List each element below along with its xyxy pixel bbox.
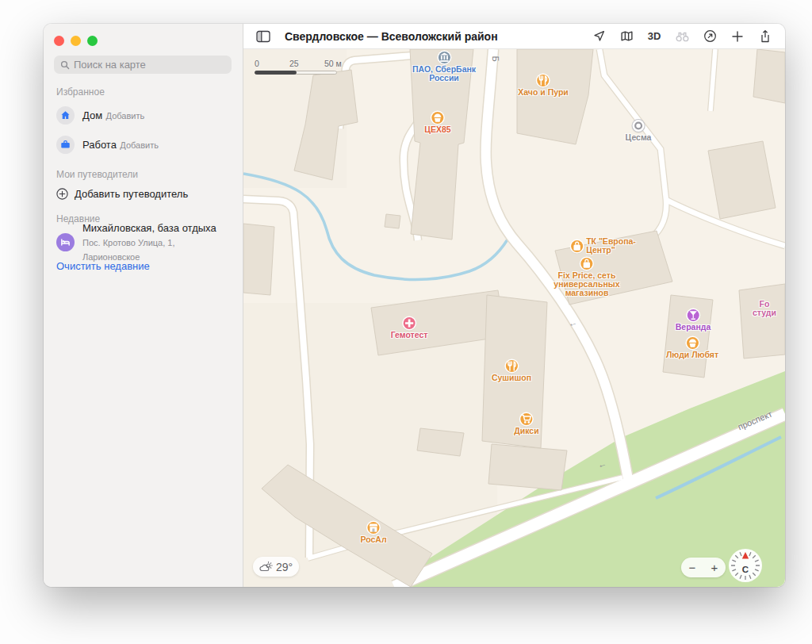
map-poi-tseh85[interactable]: ЦЕХ85 [424,112,450,134]
share-icon [759,29,772,44]
binoculars-icon [675,29,690,43]
titlebar: Свердловское — Всеволожский район 3D [243,24,785,49]
poi-label: Люди Любят [666,351,718,359]
search-input[interactable]: Поиск на карте [54,56,232,74]
3d-mode-button[interactable]: 3D [645,28,663,45]
cupcake-icon [431,112,443,124]
compass[interactable]: С [727,547,764,584]
close-window-button[interactable] [54,36,64,46]
scale-zero: 0 [255,59,259,68]
map-canvas[interactable]: 0 25 50 м ПАО, СберБанкРоссииХачо и Пури… [243,49,785,587]
add-guide-button[interactable]: Добавить путеводитель [56,186,229,201]
map-poi-diksi[interactable]: Дикси [514,413,538,435]
bank-icon [438,52,450,63]
sidebar: Поиск на карте Избранное Дом Добавить Ра… [44,24,243,587]
map-poi-rosal[interactable]: РосАл [360,522,386,544]
map-poi-sberbank[interactable]: ПАО, СберБанкРоссии [412,52,476,82]
road-label: Б [491,56,500,61]
sidebar-item-work[interactable]: Работа Добавить [56,132,229,156]
map-poi-veranda[interactable]: Веранда [676,309,711,332]
recent-title: Михайловская, база отдыха [82,222,216,234]
scale-bar: 0 25 50 м [255,59,342,75]
map-poi-tk-evropa-tsentr[interactable]: ТК "Европа-Центр" [577,237,642,255]
briefcase-icon [56,136,75,154]
share-button[interactable] [756,28,774,45]
recent-item[interactable]: Михайловская, база отдыха Пос. Кротово У… [56,230,229,254]
sidebar-toggle-button[interactable] [255,28,272,45]
location-arrow-icon [592,29,606,43]
cocktail-icon [688,309,699,321]
map-poi-fix-price[interactable]: Fix Price, сетьуниверсальныхмагазинов [553,258,619,297]
map-pane: Свердловское — Всеволожский район 3D [243,24,785,587]
poi-label: ПАО, СберБанкРоссии [412,65,476,82]
poi-label: Fix Price, сетьуниверсальныхмагазинов [553,271,619,297]
search-icon [60,60,70,70]
zoom-out-button[interactable]: − [681,558,703,577]
work-subtitle: Добавить [120,140,159,150]
fullscreen-window-button[interactable] [87,36,98,46]
poi-label: Сушишоп [492,374,531,382]
bag-icon [571,240,583,252]
zoom-controls: − + [681,558,726,577]
home-title: Дом [82,109,102,121]
poi-label: Foстуди [753,300,776,317]
minimize-window-button[interactable] [71,36,81,46]
medical-icon [403,317,415,329]
add-guide-label: Добавить путеводитель [75,188,188,200]
map-poi-fo-studi[interactable]: Foстуди [753,298,776,317]
work-title: Работа [82,139,117,151]
look-around-button[interactable] [673,28,691,45]
map-poi-tsesma[interactable]: Цесма [626,120,652,142]
plus-icon [731,30,744,43]
map-poi-sushishop[interactable]: Сушишоп [492,360,531,382]
add-pin-button[interactable] [729,28,746,45]
maps-app-window: Поиск на карте Избранное Дом Добавить Ра… [44,24,785,587]
poi-label: ЦЕХ85 [424,125,450,134]
zoom-in-button[interactable]: + [703,558,726,577]
cupcake-icon [686,337,698,349]
home-subtitle: Добавить [106,111,145,121]
temperature-value: 29° [276,561,293,573]
favorites-header: Избранное [56,86,229,98]
scale-mid: 25 [289,59,299,68]
poi-label: Гемотест [391,331,428,339]
map-mode-button[interactable] [618,28,635,45]
page-title: Свердловское — Всеволожский район [285,30,582,43]
partly-cloudy-icon [259,562,273,573]
poi-label: Цесма [626,133,652,142]
recent-subtitle: Пос. Кротово Улица, 1, Ларионовское [82,238,174,262]
weather-widget[interactable]: 29° [253,557,299,577]
map-poi-hacho-i-puri[interactable]: Хачо и Пури [518,75,569,97]
poi-label: Дикси [514,427,538,435]
store-icon [368,522,380,534]
hotel-icon [56,233,75,251]
directions-icon [703,29,717,43]
sidebar-toggle-icon [256,30,270,43]
restaurant-icon [505,360,517,372]
search-placeholder: Поиск на карте [74,59,146,71]
compass-north-label: С [742,565,749,574]
current-location-button[interactable] [590,28,607,45]
poi-label: ТК "Европа-Центр" [586,237,636,255]
bag-icon [580,258,592,270]
map-poi-lyudi-lyubyat[interactable]: Люди Любят [666,337,718,359]
add-circle-icon [56,188,68,200]
cart-icon [520,413,532,425]
guides-header: Мои путеводители [56,169,229,180]
poi-label: Веранда [676,323,711,332]
sidebar-item-home[interactable]: Дом Добавить [56,103,229,127]
directions-button[interactable] [701,28,718,45]
scale-end: 50 м [324,59,342,68]
poi-label: Хачо и Пури [518,88,569,97]
map-poi-gemotest[interactable]: Гемотест [391,317,428,339]
generic-icon [633,120,645,132]
home-icon [56,106,75,125]
window-controls [54,35,232,46]
restaurant-icon [538,75,550,86]
map-icon [620,29,634,43]
poi-label: РосАл [360,535,386,544]
